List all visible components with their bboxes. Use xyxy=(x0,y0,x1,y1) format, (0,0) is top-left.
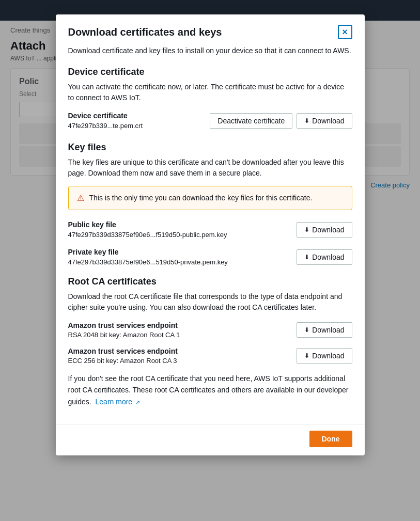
key-files-section: Key files The key files are unique to th… xyxy=(68,142,352,266)
device-cert-title: Device certificate xyxy=(68,67,352,77)
modal-title: Download certificates and keys xyxy=(68,26,222,38)
endpoint-2-label: Amazon trust services endpoint xyxy=(68,347,178,355)
public-key-info: Public key file 47fe297b339d33875ef90e6.… xyxy=(68,220,227,239)
endpoint-2-download-button[interactable]: ⬇ Download xyxy=(297,348,352,364)
endpoint-row-2: Amazon trust services endpoint ECC 256 b… xyxy=(68,347,352,365)
private-key-label: Private key file xyxy=(68,248,228,256)
learn-more-link[interactable]: Learn more ↗ xyxy=(96,398,140,406)
device-cert-label: Device certificate xyxy=(68,112,143,120)
public-key-row: Public key file 47fe297b339d33875ef90e6.… xyxy=(68,220,352,239)
private-key-download-button[interactable]: ⬇ Download xyxy=(297,249,352,265)
device-cert-desc: You can activate the certificate now, or… xyxy=(68,82,352,103)
key-files-desc: The key files are unique to this certifi… xyxy=(68,157,352,179)
modal-footer: Done xyxy=(56,424,365,455)
warning-text: This is the only time you can download t… xyxy=(89,193,313,203)
modal-backdrop: Download certificates and keys × Downloa… xyxy=(0,0,420,521)
root-ca-footer: If you don't see the root CA certificate… xyxy=(68,373,352,407)
device-cert-info: Device certificate 47fe297b339...te.pem.… xyxy=(68,112,143,130)
private-key-row: Private key file 47fe297b339d33875ef90e6… xyxy=(68,248,352,266)
download-icon-endpoint-2: ⬇ xyxy=(304,352,309,359)
warning-icon: ⚠ xyxy=(77,193,84,203)
root-ca-desc: Download the root CA certificate file th… xyxy=(68,291,352,313)
download-icon-endpoint-1: ⬇ xyxy=(304,326,309,334)
private-key-info: Private key file 47fe297b339d33875ef90e6… xyxy=(68,248,228,266)
device-cert-actions: Deactivate certificate ⬇ Download xyxy=(210,113,352,129)
warning-box: ⚠ This is the only time you can download… xyxy=(68,186,352,210)
public-key-label: Public key file xyxy=(68,220,227,229)
endpoint-1-desc: RSA 2048 bit key: Amazon Root CA 1 xyxy=(68,331,180,339)
endpoint-1-info: Amazon trust services endpoint RSA 2048 … xyxy=(68,321,180,339)
close-button[interactable]: × xyxy=(338,25,352,39)
public-key-value: 47fe297b339d33875ef90e6...f519d50-public… xyxy=(68,231,227,239)
key-files-title: Key files xyxy=(68,142,352,153)
download-icon-public: ⬇ xyxy=(304,226,309,233)
deactivate-certificate-button[interactable]: Deactivate certificate xyxy=(210,113,292,129)
modal: Download certificates and keys × Downloa… xyxy=(56,14,365,455)
modal-header: Download certificates and keys × xyxy=(56,14,365,45)
device-cert-row: Device certificate 47fe297b339...te.pem.… xyxy=(68,112,352,130)
public-key-download-button[interactable]: ⬇ Download xyxy=(297,222,352,238)
endpoint-1-download-button[interactable]: ⬇ Download xyxy=(297,322,352,338)
device-cert-value: 47fe297b339...te.pem.crt xyxy=(68,122,143,130)
root-ca-title: Root CA certificates xyxy=(68,276,352,287)
close-icon: × xyxy=(342,27,348,38)
modal-body: Download certificate and key files to in… xyxy=(56,45,365,424)
device-cert-download-button[interactable]: ⬇ Download xyxy=(297,113,352,129)
device-certificate-section: Device certificate You can activate the … xyxy=(68,67,352,130)
private-key-value: 47fe297b339d33875ef90e6...519d50-private… xyxy=(68,258,228,266)
endpoint-2-desc: ECC 256 bit key: Amazon Root CA 3 xyxy=(68,357,178,365)
endpoint-1-label: Amazon trust services endpoint xyxy=(68,321,180,329)
done-button[interactable]: Done xyxy=(309,431,352,447)
endpoint-row-1: Amazon trust services endpoint RSA 2048 … xyxy=(68,321,352,339)
modal-description: Download certificate and key files to in… xyxy=(68,45,352,56)
endpoint-2-info: Amazon trust services endpoint ECC 256 b… xyxy=(68,347,178,365)
root-ca-section: Root CA certificates Download the root C… xyxy=(68,276,352,407)
download-icon-private: ⬇ xyxy=(304,254,309,261)
download-icon-device: ⬇ xyxy=(304,117,309,124)
external-link-icon: ↗ xyxy=(135,399,140,405)
